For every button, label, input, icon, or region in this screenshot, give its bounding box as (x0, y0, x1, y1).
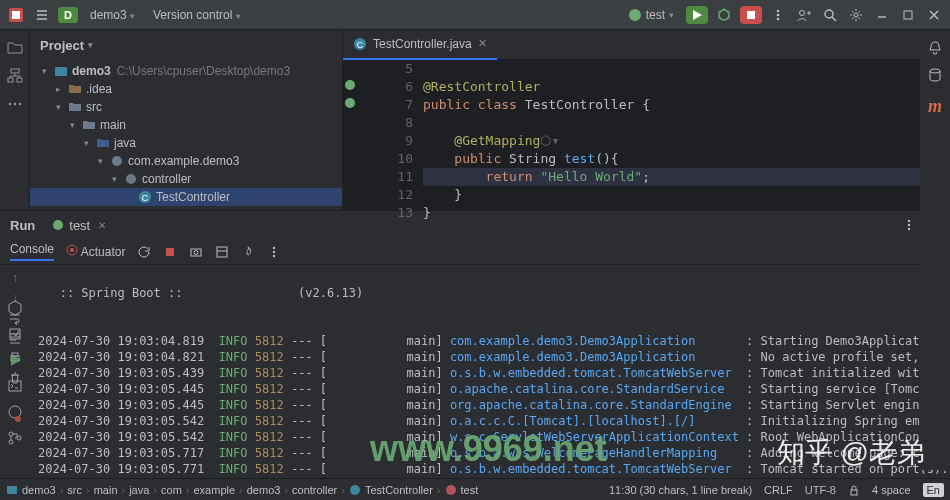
svg-point-2 (629, 9, 641, 21)
tree-test-controller[interactable]: C TestController (30, 188, 342, 206)
maximize-icon (901, 8, 915, 22)
svg-point-42 (273, 250, 275, 252)
svg-point-31 (53, 220, 63, 230)
inlay-hint-icon[interactable]: ⬡▾ (540, 133, 559, 148)
services-button[interactable] (7, 300, 23, 316)
svg-rect-1 (12, 11, 20, 19)
svg-text:C: C (142, 193, 149, 203)
svg-point-19 (112, 156, 122, 166)
actuator-tab[interactable]: Actuator (66, 244, 125, 259)
run-config-selector[interactable]: test ▾ (622, 6, 680, 24)
log-line: 2024-07-30 19:03:04.819 INFO 5812 --- [ … (38, 333, 942, 349)
tree-java-folder[interactable]: ▾ java (30, 134, 342, 152)
package-icon (110, 154, 124, 168)
search-button[interactable] (820, 5, 840, 25)
editor-tab[interactable]: C TestController.java ✕ (343, 30, 497, 60)
app-menu-icon[interactable] (6, 5, 26, 25)
stop-console-button[interactable] (163, 245, 177, 259)
svg-point-8 (800, 10, 805, 15)
tree-idea-folder[interactable]: ▸ .idea (30, 80, 342, 98)
breadcrumb-item[interactable]: test (461, 484, 479, 496)
line-ending[interactable]: CRLF (764, 484, 793, 496)
maven-button[interactable]: m (928, 96, 942, 117)
minimize-button[interactable] (872, 5, 892, 25)
git-button[interactable] (7, 430, 23, 446)
breadcrumb-item[interactable]: TestController (365, 484, 433, 496)
class-icon: C (138, 190, 152, 204)
notifications-button[interactable] (927, 40, 943, 56)
debug-button[interactable] (714, 5, 734, 25)
maximize-button[interactable] (898, 5, 918, 25)
stop-button[interactable] (740, 6, 762, 24)
project-tool-button[interactable] (7, 40, 23, 56)
run-button[interactable] (686, 6, 708, 24)
terminal-button[interactable] (7, 378, 23, 394)
svg-rect-11 (904, 11, 912, 19)
log-line: 2024-07-30 19:03:05.777 INFO 5812 --- [ … (38, 477, 942, 478)
svg-rect-13 (8, 78, 13, 82)
close-window-button[interactable] (924, 5, 944, 25)
structure-tool-button[interactable] (7, 68, 23, 84)
dump-button[interactable] (189, 245, 203, 259)
tab-close-icon[interactable]: ✕ (478, 37, 487, 50)
svg-point-51 (17, 436, 21, 440)
hexagon-icon (7, 300, 23, 316)
console-tab[interactable]: Console (10, 242, 54, 261)
code-method: test (564, 151, 595, 166)
problems-button[interactable] (7, 404, 23, 420)
breadcrumb-item[interactable]: main (94, 484, 118, 496)
debug-tool-button[interactable] (7, 326, 23, 342)
encoding[interactable]: UTF-8 (805, 484, 836, 496)
collaborators-button[interactable] (794, 5, 814, 25)
editor-code-area[interactable]: @RestController public class TestControl… (423, 60, 950, 222)
svg-point-7 (777, 17, 780, 20)
breadcrumb-trail[interactable]: demo3› src› main› java› com› example› de… (22, 484, 478, 496)
main-folder-label: main (100, 118, 126, 132)
breadcrumb-item[interactable]: demo3 (22, 484, 56, 496)
breadcrumb-item[interactable]: src (67, 484, 82, 496)
svg-rect-18 (55, 67, 67, 76)
run-config-tab[interactable]: test ✕ (45, 216, 112, 235)
svg-point-17 (18, 103, 21, 106)
editor-gutter[interactable]: 5 6 7 8 9 10 11 12 13 (363, 60, 423, 222)
more-tools-button[interactable] (7, 96, 23, 112)
close-icon (927, 8, 941, 22)
svg-point-50 (9, 440, 13, 444)
tree-main-folder[interactable]: ▾ main (30, 116, 342, 134)
settings-button[interactable] (846, 5, 866, 25)
project-dropdown[interactable]: demo3 ▾ (84, 8, 141, 22)
breadcrumb-item[interactable]: demo3 (247, 484, 281, 496)
rerun-button[interactable] (137, 245, 151, 259)
input-language[interactable]: En (923, 483, 944, 497)
svg-point-43 (273, 254, 275, 256)
tree-src-folder[interactable]: ▾ src (30, 98, 342, 116)
svg-rect-37 (166, 248, 174, 256)
project-panel-header[interactable]: Project ▾ (30, 30, 342, 60)
code-line (423, 60, 950, 78)
layout-button[interactable] (215, 245, 229, 259)
breadcrumb-item[interactable]: java (129, 484, 149, 496)
cursor-position[interactable]: 11:30 (30 chars, 1 line break) (609, 484, 752, 496)
class-icon: C (353, 37, 367, 51)
tree-root[interactable]: ▾ demo3 C:\Users\cpuser\Desktop\demo3 (30, 62, 342, 80)
breadcrumb-item[interactable]: controller (292, 484, 337, 496)
breadcrumb-item[interactable]: example (193, 484, 235, 496)
readonly-toggle[interactable] (848, 484, 860, 496)
version-control-dropdown[interactable]: Version control ▾ (147, 8, 247, 22)
tab-close-icon[interactable]: ✕ (98, 220, 106, 231)
svg-point-10 (854, 13, 858, 17)
more-run-actions[interactable] (267, 245, 281, 259)
breadcrumb-item[interactable]: com (161, 484, 182, 496)
database-button[interactable] (927, 68, 943, 84)
branch-icon (7, 430, 23, 446)
hamburger-icon[interactable] (32, 5, 52, 25)
folder-icon (68, 82, 82, 96)
tree-package[interactable]: ▾ com.example.demo3 (30, 152, 342, 170)
indent-setting[interactable]: 4 space (872, 484, 911, 496)
zhihu-watermark: 知乎 @老弟 (777, 434, 925, 472)
more-actions-button[interactable] (768, 5, 788, 25)
tree-controller-folder[interactable]: ▾ controller (30, 170, 342, 188)
profiler-button[interactable] (241, 245, 255, 259)
run-tool-button[interactable] (7, 352, 23, 368)
code-annotation: @GetMapping (423, 133, 540, 148)
